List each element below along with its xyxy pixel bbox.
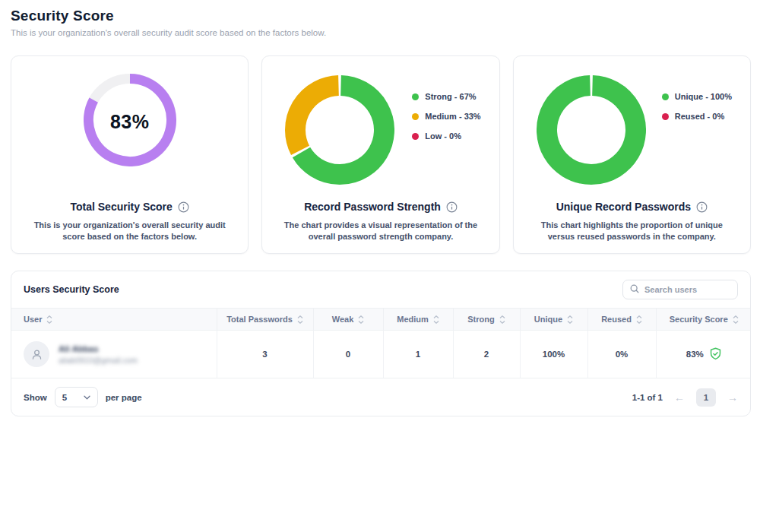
column-header-unique[interactable]: Unique xyxy=(520,309,587,331)
legend-item: Medium - 33% xyxy=(412,106,480,126)
sort-icon xyxy=(358,315,364,324)
users-table: User Total Passwords Weak Medium Strong … xyxy=(11,308,751,378)
shield-check-icon xyxy=(709,347,722,362)
legend-label: Strong - 67% xyxy=(425,92,476,101)
cell-weak: 0 xyxy=(313,331,383,378)
search-users-box[interactable] xyxy=(622,280,738,299)
pagination: 1-1 of 1 ← 1 → xyxy=(632,388,738,407)
card-title-record-password-strength: Record Password Strength xyxy=(273,201,488,213)
column-header-weak[interactable]: Weak xyxy=(313,309,383,331)
card-description: This is your organization's overall secu… xyxy=(30,220,229,242)
total-score-chart-area: 83% xyxy=(22,70,237,190)
legend-label: Unique - 100% xyxy=(675,92,732,101)
legend-label: Low - 0% xyxy=(425,131,461,141)
unique-passwords-donut xyxy=(537,75,646,188)
column-header-medium[interactable]: Medium xyxy=(383,309,453,331)
card-title-unique-record-passwords: Unique Record Passwords xyxy=(524,201,739,213)
user-email: aliab0910@gmail.com xyxy=(59,356,138,365)
sort-icon xyxy=(433,315,439,324)
show-label: Show xyxy=(24,393,47,402)
page-size-select[interactable]: 5 xyxy=(55,387,98,407)
legend-item: Reused - 0% xyxy=(662,106,732,126)
sort-icon xyxy=(567,315,573,324)
avatar xyxy=(24,341,49,367)
security-score-value: 83% xyxy=(686,350,704,359)
table-header-row: User Total Passwords Weak Medium Strong … xyxy=(11,309,751,331)
sort-icon xyxy=(733,315,739,324)
chevron-down-icon xyxy=(84,395,90,400)
page-subtitle: This is your organization's overall secu… xyxy=(11,28,751,37)
card-title-text: Unique Record Passwords xyxy=(556,201,691,213)
card-title-text: Record Password Strength xyxy=(304,201,441,213)
password-strength-legend: Strong - 67%Medium - 33%Low - 0% xyxy=(412,87,480,146)
page-1-button[interactable]: 1 xyxy=(696,388,716,407)
legend-dot xyxy=(662,93,669,100)
cell-medium: 1 xyxy=(383,331,453,378)
cell-unique: 100% xyxy=(520,331,587,378)
page-size-group: Show 5 per page xyxy=(24,387,142,407)
unique-passwords-donut-chart xyxy=(537,75,646,185)
password-strength-donut xyxy=(285,75,394,188)
sort-icon xyxy=(297,315,303,324)
column-header-total-passwords[interactable]: Total Passwords xyxy=(217,309,313,331)
page-size-value: 5 xyxy=(62,393,67,402)
legend-dot xyxy=(412,93,419,100)
info-icon[interactable] xyxy=(178,201,189,213)
legend-item: Strong - 67% xyxy=(412,87,480,106)
search-users-input[interactable] xyxy=(644,285,730,294)
password-strength-donut-chart xyxy=(285,75,394,185)
next-page-button[interactable]: → xyxy=(727,391,738,404)
score-cards-row: 83% Total Security Score This is your or… xyxy=(11,55,751,254)
users-security-score-panel: Users Security Score User Total Password… xyxy=(11,271,751,416)
per-page-label: per page xyxy=(106,393,142,402)
security-score-cell: 83% xyxy=(686,347,722,362)
column-header-reused[interactable]: Reused xyxy=(587,309,656,331)
cell-total-passwords: 3 xyxy=(217,331,313,378)
panel-head: Users Security Score xyxy=(11,271,750,308)
legend-dot xyxy=(662,113,669,120)
user-name: Ali Abbas xyxy=(59,344,138,353)
previous-page-button[interactable]: ← xyxy=(674,391,685,404)
pagination-range: 1-1 of 1 xyxy=(632,393,663,402)
card-title-total-security-score: Total Security Score xyxy=(22,201,237,213)
legend-label: Medium - 33% xyxy=(425,112,480,121)
user-cell: Ali Abbas aliab0910@gmail.com xyxy=(24,341,212,367)
column-header-user[interactable]: User xyxy=(11,309,217,331)
info-icon[interactable] xyxy=(696,201,708,213)
legend-item: Low - 0% xyxy=(412,126,480,146)
table-row: Ali Abbas aliab0910@gmail.com 3 0 1 2 10… xyxy=(11,331,751,378)
card-description: The chart provides a visual representati… xyxy=(282,220,480,242)
legend-dot xyxy=(412,133,419,140)
cell-reused: 0% xyxy=(587,331,656,378)
sort-icon xyxy=(499,315,505,324)
panel-title: Users Security Score xyxy=(24,284,119,295)
sort-icon xyxy=(636,315,642,324)
security-score-page: Security Score This is your organization… xyxy=(0,0,760,416)
legend-dot xyxy=(412,113,419,120)
card-description: This chart highlights the proportion of … xyxy=(533,220,731,242)
password-strength-chart-area: Strong - 67%Medium - 33%Low - 0% xyxy=(273,70,488,190)
cell-strong: 2 xyxy=(453,331,520,378)
card-title-text: Total Security Score xyxy=(70,201,172,213)
total-score-value: 83% xyxy=(84,74,176,169)
unique-passwords-legend: Unique - 100%Reused - 0% xyxy=(662,87,732,126)
sort-icon xyxy=(46,315,52,324)
table-footer: Show 5 per page 1-1 of 1 ← 1 → xyxy=(11,378,750,416)
column-header-strong[interactable]: Strong xyxy=(453,309,520,331)
card-unique-record-passwords: Unique - 100%Reused - 0% Unique Record P… xyxy=(513,55,751,254)
search-icon xyxy=(630,283,639,296)
card-total-security-score: 83% Total Security Score This is your or… xyxy=(11,55,249,254)
legend-item: Unique - 100% xyxy=(662,87,732,106)
column-header-security-score[interactable]: Security Score xyxy=(656,309,751,331)
total-score-donut: 83% xyxy=(84,74,176,169)
page-title: Security Score xyxy=(11,8,751,24)
card-record-password-strength: Strong - 67%Medium - 33%Low - 0% Record … xyxy=(261,55,499,254)
unique-passwords-chart-area: Unique - 100%Reused - 0% xyxy=(524,70,739,190)
legend-label: Reused - 0% xyxy=(675,112,724,121)
info-icon[interactable] xyxy=(446,201,458,213)
